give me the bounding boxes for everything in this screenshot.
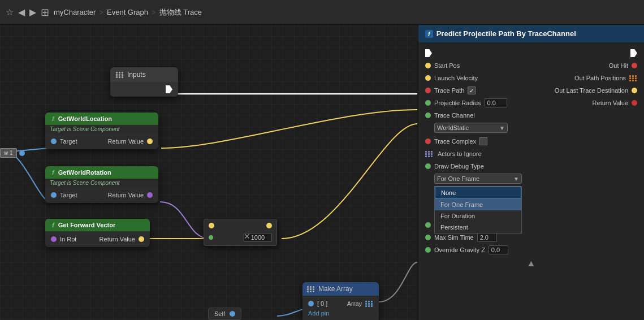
self-out-pin[interactable] — [230, 311, 235, 317]
inputs-exec-row — [116, 84, 172, 94]
breadcrumb-mycharacter[interactable]: myCharacter — [54, 8, 96, 16]
gwl-return-label: Return Value — [108, 138, 144, 145]
forward-icon[interactable]: ▶ — [29, 7, 36, 18]
panel-actors-label: Actors to Ignore — [438, 150, 482, 157]
breadcrumb: myCharacter > Event Graph > 抛物线 Trace — [54, 7, 202, 18]
topbar: ☆ ◀ ▶ ⊞ myCharacter > Event Graph > 抛物线 … — [0, 0, 644, 25]
panel-outpath-right: Out Path Positions — [574, 75, 637, 81]
gwl-target-label: Target — [60, 138, 77, 145]
panel-tracechannel-pin[interactable] — [425, 113, 431, 118]
gfv-inrot-pin[interactable] — [51, 236, 57, 242]
panel-overridegravity-input[interactable] — [489, 245, 508, 254]
panel-collapse-area: ▲ — [425, 258, 637, 269]
panel-drawdebug-left: Draw Debug Type — [425, 163, 484, 170]
panel-overridegravity-left: Override Gravity Z — [425, 245, 508, 254]
panel-maxsimtime-left: Max Sim Time — [425, 233, 497, 242]
panel-debugduration-pin[interactable] — [425, 222, 431, 228]
panel-tracecomplex-checkbox[interactable] — [479, 137, 487, 145]
gwr-right: Return Value — [108, 192, 153, 198]
panel-collapse-arrow[interactable]: ▲ — [527, 258, 536, 268]
panel-launchvel-left: Launch Velocity — [425, 75, 478, 81]
panel-startpos-pin[interactable] — [425, 63, 431, 68]
panel-header: f Predict Projectile Path By TraceChanne… — [418, 25, 644, 42]
gwl-subtitle: Target is Scene Component — [45, 125, 158, 133]
mul-out-pin[interactable] — [266, 223, 272, 228]
breadcrumb-eventgraph[interactable]: Event Graph — [107, 8, 148, 16]
panel-launchvel-pin[interactable] — [425, 75, 431, 81]
gfv-pin-row: In Rot Return Value — [51, 235, 144, 244]
inputs-header: Inputs — [110, 67, 178, 82]
mul-op-symbol: ✕ — [244, 232, 250, 241]
panel-row-drawdebug: Draw Debug Type — [425, 160, 637, 172]
panel-tracepath-pin[interactable] — [425, 88, 431, 93]
array-addpin[interactable]: Add pin — [308, 308, 373, 318]
panel-exec-row — [425, 47, 637, 59]
mul-a-pin[interactable] — [209, 223, 214, 228]
panel-drawdebug-dropdown[interactable]: For One Frame ▼ — [434, 174, 522, 184]
drawdebug-arrow: ▼ — [513, 176, 519, 182]
gfv-inrot-label: In Rot — [60, 236, 76, 243]
array-left: [ 0 ] — [308, 300, 327, 307]
panel-exec-in[interactable] — [425, 49, 432, 57]
panel-radius-pin[interactable] — [425, 100, 431, 106]
inputs-exec-out[interactable] — [166, 85, 172, 93]
panel-tracechannel-label: Trace Channel — [434, 112, 475, 119]
left-entry-pin: w 1 — [0, 148, 25, 158]
array-right: Array — [347, 300, 373, 307]
inputs-grid-icon — [116, 72, 124, 78]
panel-returnval-pin[interactable] — [632, 100, 637, 106]
panel-tracecomplex-pin[interactable] — [425, 139, 431, 144]
mul-value-row: 1000 — [209, 232, 272, 243]
node-inputs: Inputs — [110, 67, 178, 97]
gwr-subtitle: Target is Scene Component — [45, 179, 158, 187]
dropdown-item-forduration[interactable]: For Duration — [435, 210, 521, 222]
blueprint-canvas[interactable]: Inputs f GetWorldLocation Target is Scen… — [0, 25, 644, 320]
panel-radius-input[interactable] — [485, 98, 507, 107]
gwl-return-pin[interactable] — [147, 139, 153, 144]
entry-out-pin[interactable] — [19, 150, 25, 156]
dropdown-item-persistent[interactable]: Persistent — [435, 222, 521, 233]
panel-outhit-pin[interactable] — [632, 63, 637, 68]
gwr-target-pin[interactable] — [51, 192, 57, 198]
gwr-title: GetWorldRotation — [58, 169, 111, 176]
panel-overridegravity-pin[interactable] — [425, 247, 431, 253]
dropdown-item-oneframe[interactable]: For One Frame — [435, 199, 521, 210]
panel-f-badge: f — [425, 30, 433, 38]
gwr-body: Target Return Value — [45, 187, 158, 203]
panel-maxsimtime-pin[interactable] — [425, 235, 431, 240]
inputs-label: Inputs — [127, 71, 146, 79]
panel-tracechannel-dropdown[interactable]: WorldStatic ▼ — [434, 123, 508, 133]
panel-exec-out[interactable] — [630, 49, 637, 57]
gwr-return-pin[interactable] — [147, 192, 153, 198]
gwl-target-pin[interactable] — [51, 139, 57, 144]
back-icon[interactable]: ◀ — [18, 7, 25, 18]
tracechannel-arrow: ▼ — [499, 125, 505, 131]
panel-tracepath-checkbox[interactable]: ✓ — [468, 87, 476, 94]
panel-drawdebug-pin[interactable] — [425, 163, 431, 169]
panel-maxsimtime-label: Max Sim Time — [434, 234, 474, 241]
dropdown-item-none[interactable]: None — [435, 187, 521, 199]
gfv-return-pin[interactable] — [139, 236, 144, 242]
panel-startpos-right: Out Hit — [609, 62, 637, 69]
panel-returnval-label: Return Value — [593, 100, 628, 106]
breadcrumb-trace[interactable]: 抛物线 Trace — [159, 7, 202, 18]
array-grid-icon — [307, 286, 315, 292]
panel-overridegravity-label: Override Gravity Z — [434, 247, 485, 253]
gfv-header: f Get Forward Vector — [45, 219, 150, 231]
panel-startpos-label: Start Pos — [434, 62, 460, 69]
gwl-title: GetWorldLocation — [58, 115, 112, 122]
gfv-body: In Rot Return Value — [45, 231, 150, 247]
panel-drawdebug-value: For One Frame — [437, 175, 479, 182]
array-in-pin[interactable] — [308, 301, 314, 306]
panel-tracepath-label: Trace Path — [434, 87, 464, 94]
mul-value-pin[interactable] — [209, 235, 213, 240]
gfv-return-label: Return Value — [100, 236, 135, 243]
gwl-left: Target — [51, 138, 77, 145]
star-icon[interactable]: ☆ — [6, 7, 14, 18]
panel-outlasttrace-pin[interactable] — [632, 88, 637, 93]
panel-drawdebug-label: Draw Debug Type — [434, 163, 484, 170]
breadcrumb-sep-2: > — [152, 8, 156, 16]
panel-outlasttrace-label: Out Last Trace Destination — [555, 87, 628, 94]
panel-maxsimtime-input[interactable] — [477, 233, 497, 242]
array-label: Make Array — [318, 285, 353, 293]
